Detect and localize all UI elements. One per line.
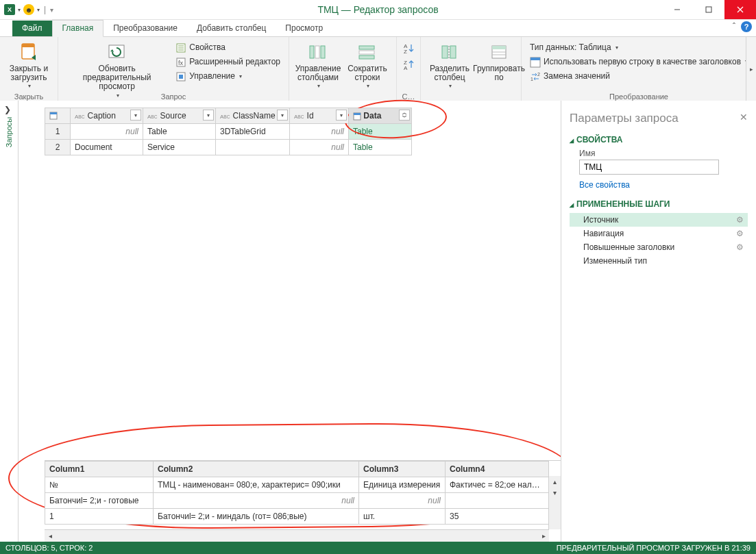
applied-steps-section[interactable]: ◢ПРИМЕНЕННЫЕ ШАГИ [570, 199, 748, 209]
step-changed-type[interactable]: Измененный тип [570, 254, 748, 268]
scroll-right-icon[interactable]: ▸ [538, 532, 549, 540]
reduce-rows-label: Сократить строки [347, 64, 387, 82]
preview-h-scrollbar[interactable]: ◂ ▸ [45, 529, 549, 542]
advanced-editor-button[interactable]: fx Расширенный редактор [173, 55, 283, 69]
gear-icon[interactable]: ⚙ [736, 242, 744, 252]
manage-icon [175, 71, 186, 82]
filter-source[interactable]: ▾ [203, 110, 214, 121]
svg-rect-5 [22, 44, 34, 47]
data-type-button[interactable]: Тип данных: Таблица▾ [527, 41, 751, 55]
tab-view[interactable]: Просмотр [276, 21, 332, 36]
queries-pane[interactable]: ❯ Запросы [0, 101, 19, 542]
group-by-button[interactable]: Группировать по [476, 40, 522, 84]
scroll-down-icon[interactable]: ▾ [549, 487, 561, 498]
properties-button[interactable]: Свойства [173, 41, 283, 55]
first-row-headers-button[interactable]: Использовать первую строку в качестве за… [527, 55, 751, 69]
tab-home[interactable]: Главная [52, 20, 104, 37]
ribbon: Закрыть и загрузить▾ Закрыть Обновить пр… [0, 37, 756, 102]
qat-dropdown[interactable]: ▾ [18, 7, 21, 13]
pcol-2[interactable]: Column2 [154, 462, 359, 477]
titlebar: X ▾ ☻ ▾ | ▾ ТМЦ — Редактор запросов [0, 0, 756, 20]
svg-rect-37 [50, 112, 57, 114]
manage-button[interactable]: Управление▾ [173, 70, 283, 84]
advanced-editor-icon: fx [175, 57, 186, 68]
data-area: ABCCaption▾ ABCSource▾ ABCClassName▾ ABC… [19, 101, 561, 542]
reduce-rows-button[interactable]: Сократить строки▾ [344, 40, 391, 91]
svg-rect-25 [442, 46, 448, 58]
query-name-input[interactable] [579, 160, 719, 175]
svg-rect-15 [310, 46, 314, 58]
svg-rect-1 [706, 7, 711, 12]
first-row-label: Использовать первую строку в качестве за… [544, 57, 741, 68]
col-caption[interactable]: ABCCaption▾ [71, 108, 143, 124]
preview-row-1[interactable]: №ТМЦ - наименован= 080;е, характерис= 09… [45, 477, 549, 493]
grid-row-1[interactable]: 1 null Table 3DTableGrid null Table [45, 124, 412, 140]
filter-classname[interactable]: ▾ [277, 110, 288, 121]
svg-rect-20 [359, 55, 374, 59]
scroll-left-icon[interactable]: ◂ [45, 532, 56, 540]
expand-queries-icon[interactable]: ❯ [4, 105, 11, 114]
col-classname[interactable]: ABCClassName▾ [216, 108, 290, 124]
maximize-button[interactable] [693, 0, 724, 19]
name-label: Имя [579, 149, 748, 158]
collapse-ribbon-icon[interactable]: ˆ [733, 22, 735, 32]
step-promoted-headers[interactable]: Повышенные заголовки⚙ [570, 240, 748, 254]
close-and-load-button[interactable]: Закрыть и загрузить▾ [5, 40, 52, 91]
data-type-label: Тип данных: Таблица [530, 42, 611, 53]
advanced-editor-label: Расширенный редактор [189, 57, 280, 68]
preview-grid[interactable]: Column1 Column2 Column3 Column4 №ТМЦ - н… [45, 461, 549, 525]
replace-values-button[interactable]: 12 Замена значений [527, 70, 751, 84]
col-source[interactable]: ABCSource▾ [143, 108, 216, 124]
manage-columns-button[interactable]: Управление столбцами▾ [295, 40, 341, 91]
gear-icon[interactable]: ⚙ [736, 215, 744, 225]
tab-file[interactable]: Файл [12, 21, 52, 36]
pcol-1[interactable]: Column1 [45, 462, 154, 477]
smiley-icon[interactable]: ☻ [23, 4, 34, 15]
help-icon[interactable]: ? [741, 21, 752, 32]
svg-rect-16 [315, 46, 319, 58]
properties-label: Свойства [189, 42, 225, 53]
ribbon-tabs: Файл Главная Преобразование Добавить сто… [0, 20, 756, 37]
step-navigation[interactable]: Навигация⚙ [570, 227, 748, 240]
col-id[interactable]: ABCId▾ [290, 108, 349, 124]
split-column-button[interactable]: Разделить столбец▾ [426, 40, 473, 91]
preview-v-scrollbar[interactable]: ▴ ▾ [548, 476, 561, 529]
smiley-dropdown[interactable]: ▾ [37, 7, 40, 13]
filter-id[interactable]: ▾ [336, 110, 347, 121]
sort-desc-button[interactable]: ZA [402, 59, 415, 71]
qat-customize[interactable]: ▾ [50, 6, 53, 14]
sort-asc-button[interactable]: AZ [402, 42, 415, 55]
gear-icon[interactable]: ⚙ [736, 229, 744, 238]
tab-add-column[interactable]: Добавить столбец [187, 21, 276, 36]
ribbon-scroll-right[interactable]: ▸ [746, 37, 756, 101]
close-button[interactable] [724, 0, 756, 19]
grid-row-2[interactable]: 2 Document Service null Table [45, 140, 412, 155]
pcol-4[interactable]: Column4 [446, 462, 549, 477]
scroll-up-icon[interactable]: ▴ [549, 476, 561, 487]
status-right: ПРЕДВАРИТЕЛЬНЫЙ ПРОСМОТР ЗАГРУЖЕН В 21:3… [557, 544, 751, 552]
qat-separator: | [42, 5, 47, 14]
tab-transform[interactable]: Преобразование [103, 21, 187, 36]
svg-text:Z: Z [404, 49, 407, 55]
grid-corner[interactable] [45, 108, 71, 124]
main-grid[interactable]: ABCCaption▾ ABCSource▾ ABCClassName▾ ABC… [45, 108, 412, 155]
preview-row-3[interactable]: 1Батончиl= 2;и - миндаль (гот= 086;вые)ш… [45, 509, 549, 525]
queries-pane-label: Запросы [5, 117, 13, 147]
close-panel-button[interactable]: ✕ [740, 112, 748, 123]
filter-caption[interactable]: ▾ [130, 110, 141, 121]
minimize-button[interactable] [661, 0, 693, 19]
all-properties-link[interactable]: Все свойства [579, 180, 748, 190]
step-source[interactable]: Источник⚙ [570, 213, 748, 227]
columns-icon [307, 41, 329, 63]
svg-text:2: 2 [537, 72, 540, 77]
properties-section[interactable]: ◢СВОЙСТВА [570, 135, 748, 144]
pcol-3[interactable]: Column3 [359, 462, 446, 477]
refresh-label: Обновить предварительный просмотр [66, 64, 167, 92]
refresh-preview-button[interactable]: Обновить предварительный просмотр▾ [64, 40, 170, 100]
group-query-label: Запрос [58, 92, 289, 101]
replace-label: Замена значений [544, 71, 610, 82]
col-data[interactable]: Data [349, 108, 412, 124]
preview-row-2[interactable]: Батончиl= 2;и - готовыеnullnull [45, 493, 549, 509]
svg-rect-26 [450, 46, 456, 58]
expand-data-icon[interactable] [399, 110, 410, 121]
